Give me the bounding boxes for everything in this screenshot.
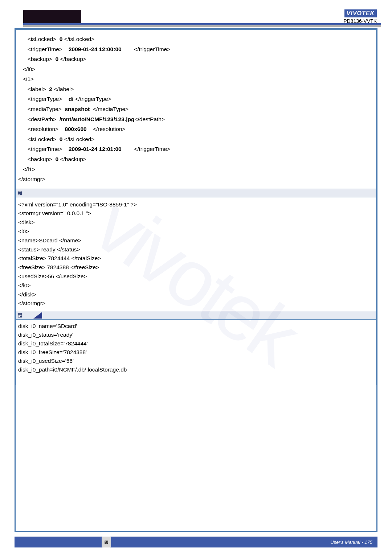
code-line: <usedSize>56 </usedSize> xyxy=(18,272,374,281)
page-footer: ◙ User's Manual - 175 xyxy=(15,537,377,547)
code-line: disk_i0_usedSize='56' xyxy=(18,357,374,365)
code-line: disk_i0_status='ready' xyxy=(18,331,374,339)
code-line: </stormgr> xyxy=(18,174,374,184)
page-glyph: ◙ xyxy=(105,539,108,545)
code-line: <i0> xyxy=(18,227,374,236)
svg-marker-8 xyxy=(33,312,42,319)
svg-rect-6 xyxy=(19,315,22,316)
paragraph-icon xyxy=(17,313,23,318)
code-line: </stormgr> xyxy=(18,299,374,308)
code-line: disk_i0_name='SDcard' xyxy=(18,322,374,331)
svg-rect-7 xyxy=(19,316,20,317)
svg-rect-1 xyxy=(19,191,22,192)
code-line: </i0> xyxy=(18,64,374,74)
svg-rect-3 xyxy=(19,194,20,194)
triangle-icon xyxy=(33,312,42,319)
page-pill: ◙ xyxy=(102,537,111,547)
code-line: <backup> 0 </backup> xyxy=(18,154,374,164)
code-line: <triggerTime> 2009-01-24 12:01:00 </trig… xyxy=(18,144,374,154)
page-header: VIVOTEK PD8136-VVTK xyxy=(0,11,392,26)
code-line: <triggerType> di </triggerType> xyxy=(18,94,374,104)
header-dark-tab xyxy=(23,10,81,24)
xml-block-2: <?xml version="1.0" encoding="ISO-8859-1… xyxy=(16,197,376,312)
code-line: disk_i0_totalSize='7824444' xyxy=(18,339,374,348)
section-divider xyxy=(16,311,376,319)
code-line: <triggerTime> 2009-01-24 12:00:00 </trig… xyxy=(18,44,374,54)
text-block-3: disk_i0_name='SDcard' disk_i0_status='re… xyxy=(16,319,376,385)
code-line: disk_i0_freeSize='7824388' xyxy=(18,348,374,357)
code-line: <backup> 0 </backup> xyxy=(18,54,374,64)
svg-rect-2 xyxy=(19,193,22,193)
code-line: <isLocked> 0 </isLocked> xyxy=(18,134,374,144)
code-line: <i1> xyxy=(18,74,374,84)
code-line: </i1> xyxy=(18,164,374,175)
code-line: <?xml version="1.0" encoding="ISO-8859-1… xyxy=(18,200,374,209)
brand-label: VIVOTEK xyxy=(344,9,377,17)
code-line: <name>SDcard </name> xyxy=(18,236,374,245)
code-line: <stormgr version=" 0.0.0.1 "> xyxy=(18,209,374,218)
section-divider xyxy=(16,189,376,197)
code-line: <resolution> 800x600 </resolution> xyxy=(18,124,374,134)
code-line: </i0> xyxy=(18,281,374,290)
code-line: <disk> xyxy=(18,218,374,227)
paragraph-icon xyxy=(17,190,23,196)
svg-rect-5 xyxy=(19,314,22,315)
code-line: <destPath> /mnt/auto/NCMF/123/123.jpg</d… xyxy=(18,114,374,124)
code-line: <status> ready </status> xyxy=(18,245,374,254)
xml-block-1: <isLocked> 0 </isLocked> <triggerTime> 2… xyxy=(16,29,376,189)
code-line: <label> 2 </label> xyxy=(18,84,374,94)
code-line: <mediaType> snapshot </mediaType> xyxy=(18,104,374,114)
header-grey-rule xyxy=(23,25,381,27)
footer-text: User's Manual - 175 xyxy=(330,539,372,545)
code-line: </disk> xyxy=(18,290,374,299)
code-line: disk_i0_path=i0/NCMF/.db/.localStorage.d… xyxy=(18,365,374,374)
code-line: <freeSize> 7824388 </freeSize> xyxy=(18,263,374,272)
code-line: <isLocked> 0 </isLocked> xyxy=(18,34,374,44)
code-line: <totalSize> 7824444 </totalSize> xyxy=(18,254,374,263)
page-frame: vivotek <isLocked> 0 </isLocked> <trigge… xyxy=(15,28,377,532)
